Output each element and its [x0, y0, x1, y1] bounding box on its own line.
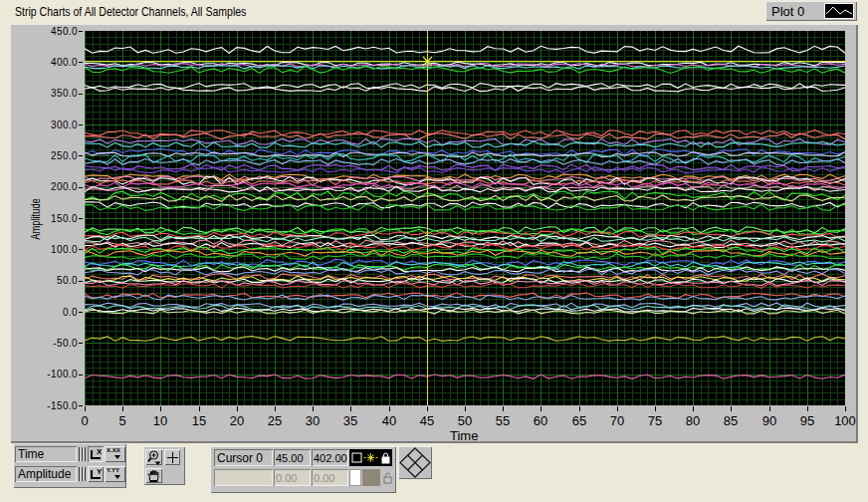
- svg-text:X: X: [97, 447, 103, 456]
- svg-text:Y: Y: [97, 467, 103, 476]
